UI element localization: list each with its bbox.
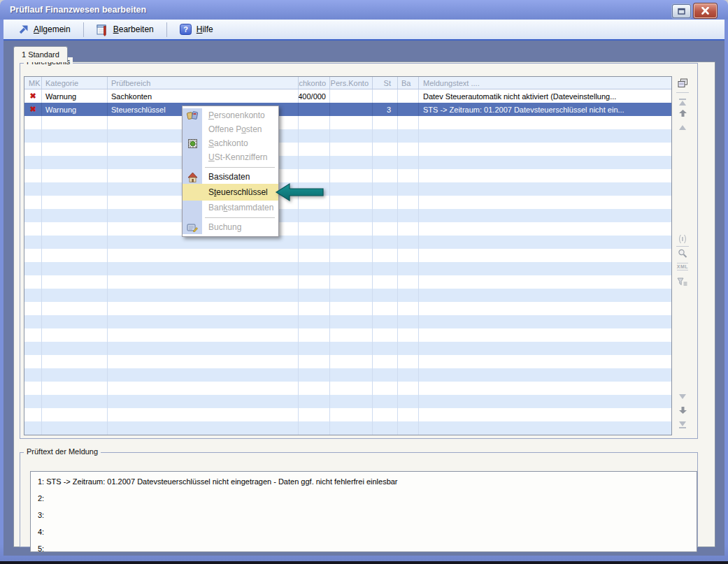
row-count-button[interactable] — [671, 234, 694, 244]
message-line: 3: — [38, 509, 690, 521]
table-row[interactable] — [24, 289, 671, 302]
header-mk[interactable]: MK — [24, 77, 42, 89]
cell-perskonto — [330, 103, 373, 116]
table-row[interactable] — [24, 169, 671, 182]
table-row[interactable] — [24, 196, 671, 209]
header-meldungstext[interactable]: Meldungstext .... — [419, 77, 671, 89]
header-ba[interactable]: Ba — [398, 77, 419, 89]
menu-label: Steuerschlüssel — [202, 187, 268, 197]
titlebar: Prüflauf Finanzwesen bearbeiten — [0, 0, 728, 20]
message-line: 5: — [38, 543, 690, 552]
scroll-page-up-icon — [679, 125, 686, 130]
table-row[interactable] — [24, 355, 671, 368]
toolbar-separator — [83, 22, 84, 37]
scroll-last-button[interactable] — [671, 421, 694, 429]
table-row[interactable] — [24, 262, 671, 275]
allgemein-button[interactable]: Allgemein — [13, 23, 76, 36]
table-row[interactable] — [24, 408, 671, 421]
cell-perskonto — [330, 89, 373, 103]
table-row[interactable] — [24, 302, 671, 315]
hilfe-button[interactable]: ? Hilfe — [175, 22, 218, 36]
bearbeiten-label: Bearbeiten — [113, 24, 154, 34]
basisdaten-house-icon — [187, 172, 198, 182]
menu-label: Basisdaten — [202, 172, 250, 182]
table-row[interactable]: ✖ Warnung Sachkonten 3400/000 Datev Steu… — [24, 89, 671, 103]
xml-export-button[interactable]: XML — [671, 263, 694, 270]
cell-mk: ✖ — [24, 103, 42, 116]
header-kategorie[interactable]: Kategorie — [42, 77, 108, 89]
edit-form-icon — [97, 23, 108, 36]
close-button[interactable] — [694, 3, 717, 18]
search-button[interactable] — [671, 249, 694, 259]
menu-gutter — [183, 122, 202, 136]
cell-ba — [398, 89, 419, 103]
table-row[interactable] — [24, 382, 671, 395]
table-row[interactable] — [24, 182, 671, 196]
message-text-box[interactable]: 1: STS -> Zeitraum: 01.2007 Datevsteuers… — [30, 471, 697, 552]
table-row[interactable] — [24, 395, 671, 408]
menu-gutter — [183, 184, 202, 201]
error-cross-icon: ✖ — [29, 106, 36, 113]
menu-item-steuerschluessel[interactable]: Steuerschlüssel — [183, 184, 278, 201]
column-chooser-button[interactable] — [671, 78, 694, 88]
cell-ba — [398, 103, 419, 116]
header-perskonto[interactable]: Pers.Konto — [330, 77, 373, 89]
maximize-button[interactable] — [672, 4, 691, 18]
table-row[interactable] — [24, 342, 671, 355]
table-row[interactable] — [24, 328, 671, 342]
table-row[interactable] — [24, 129, 671, 143]
header-sachkonto[interactable]: Sachkonto — [299, 77, 330, 89]
menu-item-offene-posten: Offene Posten — [183, 122, 278, 136]
separator — [676, 92, 689, 93]
header-st[interactable]: St — [373, 77, 398, 89]
scroll-page-down-button[interactable] — [671, 394, 694, 399]
menu-label: Bankstammdaten — [202, 203, 273, 212]
menu-item-ust-kennziffern: USt-Kennziffern — [183, 150, 278, 164]
table-row[interactable] — [24, 368, 671, 382]
table-row[interactable] — [24, 249, 671, 262]
scroll-up-icon — [679, 110, 687, 117]
table-row-selected[interactable]: ✖ Warnung Steuerschlüssel 3 STS -> Zeitr… — [24, 103, 671, 116]
cell-mk: ✖ — [24, 89, 42, 103]
arrow-ne-icon — [18, 24, 29, 35]
filter-button[interactable] — [671, 277, 694, 286]
scroll-up-button[interactable] — [671, 110, 694, 117]
cell-meldungstext: Datev Steuerautomatik nicht aktiviert (D… — [419, 89, 671, 103]
error-cross-icon: ✖ — [29, 92, 36, 100]
xml-icon: XML — [677, 263, 688, 270]
cell-pruefbereich: Sachkonten — [108, 89, 299, 103]
table-row[interactable] — [24, 275, 671, 289]
help-icon: ? — [180, 24, 192, 35]
scroll-page-up-button[interactable] — [671, 125, 694, 130]
table-row[interactable] — [24, 116, 671, 129]
cell-kategorie: Warnung — [42, 89, 108, 103]
table-row[interactable] — [24, 143, 671, 156]
menu-item-basisdaten[interactable]: Basisdaten — [183, 170, 278, 184]
toolbar: Allgemein Bearbeiten ? Hilfe — [3, 20, 725, 41]
scroll-down-icon — [679, 407, 687, 414]
search-icon — [678, 249, 687, 259]
table-row[interactable] — [24, 315, 671, 328]
scroll-page-down-icon — [679, 394, 686, 399]
bearbeiten-button[interactable]: Bearbeiten — [92, 22, 159, 38]
table-row[interactable] — [24, 222, 671, 236]
table-row[interactable] — [24, 156, 671, 169]
cell-sachkonto: 3400/000 — [299, 89, 330, 103]
message-line: 2: — [38, 493, 690, 505]
tab-page: Prüfergebnis MK Kategorie Prüfbereich Sa… — [13, 62, 715, 547]
table-row[interactable] — [24, 209, 671, 222]
row-count-icon — [678, 234, 687, 244]
message-group-label: Prüftext der Meldung — [24, 447, 101, 456]
scroll-down-button[interactable] — [671, 407, 694, 414]
svg-text:?: ? — [183, 25, 188, 34]
scroll-last-icon — [679, 421, 686, 426]
table-row[interactable] — [24, 236, 671, 249]
annotation-arrow — [275, 182, 325, 203]
tab-standard[interactable]: 1 Standard — [13, 46, 68, 62]
scroll-first-button[interactable] — [671, 98, 694, 106]
menu-separator — [183, 164, 278, 170]
header-pruefbereich[interactable]: Prüfbereich — [108, 77, 299, 89]
table-row[interactable] — [24, 421, 671, 435]
message-line: 4: — [38, 526, 690, 538]
personenkonto-icon — [187, 110, 198, 120]
